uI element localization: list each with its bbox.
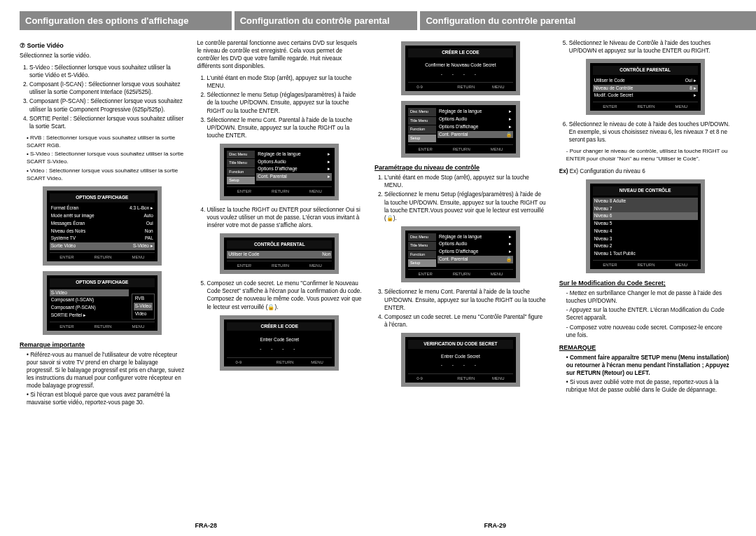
list-item: Mettez en surbrillance Changer le mot de… — [566, 289, 732, 305]
list-item: Utilisez la touche RIGHT ou ENTER pour s… — [207, 206, 363, 229]
list-item: Composant (I-SCAN) : Sélectionner lorsqu… — [29, 81, 185, 96]
osd-screen-video-output-select: OPTIONS D'AFFICHAGE S-Video Composant (I… — [43, 271, 162, 335]
osd-title: CRÉER LE CODE — [227, 322, 332, 331]
osd-screen-rating-levels: NIVEAU DE CONTRÔLE Niveau 8 Adulte Nivea… — [586, 179, 705, 273]
osd-screen-create-code: CRÉER LE CODE Entrer Code Secret - - - -… — [220, 315, 339, 371]
osd-title: VERIFICATION DU CODE SECRET — [408, 340, 513, 349]
list-item: SORTIE Peritel : Sélectionner lorsque vo… — [29, 115, 185, 130]
list-item: Sélectionnez le Niveau de Contrôle à l'a… — [569, 39, 732, 55]
osd-screen-setup-menu: Disc MenuTitle MenuFunctionSetup Réglage… — [220, 144, 339, 200]
list-item: Si l'écran est bloqué parce que vous ave… — [27, 391, 185, 406]
header-parental-right: Configuration du contrôle parental — [420, 11, 756, 30]
parental-step-4: Utilisez la touche RIGHT ou ENTER pour s… — [197, 206, 363, 229]
osd-title: CONTRÔLE PARENTAL — [227, 240, 332, 249]
header-display-options: Configuration des options d'affichage — [20, 11, 232, 30]
modify-code-steps: Mettez en surbrillance Changer le mot de… — [559, 289, 732, 338]
list-item: Sélectionnez le menu Setup (réglages/par… — [207, 91, 363, 114]
peritel-sublist: RVB : Sélectionner lorsque vous souhaite… — [20, 135, 185, 183]
list-item: RVB : Sélectionner lorsque vous souhaite… — [27, 135, 185, 150]
osd-title: OPTIONS D'AFFICHAGE — [50, 193, 155, 202]
list-item: Appuyez sur la touche ENTER. L'écran Mod… — [566, 306, 732, 322]
header-parental-left: Configuration du contrôle parental — [234, 11, 418, 30]
parental-step-5: Composez un code secret. Le menu "Confir… — [197, 280, 363, 310]
rating-step-6: Sélectionnez le niveau de cote à l'aide … — [559, 121, 732, 144]
list-item: Composez un code secret. Le menu "Confir… — [207, 280, 363, 310]
osd-screen-parental-control: CONTRÔLE PARENTAL Utiliser le CodeOui Ni… — [586, 59, 705, 115]
important-notes: Référez-vous au manuel de l'utilisateur … — [20, 351, 185, 406]
rating-level-title: Paramétrage du niveau de contrôle — [374, 163, 547, 172]
example-label: Ex) Ex) Configuration du niveau 6 — [559, 167, 732, 175]
col-rating-level-left: CRÉER LE CODE Confirmer le Nouveau Code … — [374, 37, 547, 411]
rating-step-5: Sélectionnez le Niveau de Contrôle à l'a… — [559, 39, 732, 55]
important-note-title: Remarque importante — [20, 341, 185, 349]
video-output-lead: Sélectionnez la sortie vidéo. — [20, 52, 185, 60]
list-item: Sélectionnez le menu Cont. Parental à l'… — [384, 288, 547, 311]
rating-steps-34: Sélectionnez le menu Cont. Parental à l'… — [374, 288, 547, 328]
list-item: Composez un code secret. Le menu "Contrô… — [384, 313, 547, 329]
list-item: Sélectionnez le niveau de cote à l'aide … — [569, 121, 732, 144]
osd-title: OPTIONS D'AFFICHAGE — [50, 278, 155, 287]
list-item: Composant (P-SCAN) : Sélectionner lorsqu… — [29, 97, 185, 113]
col-display-options: ⑦ Sortie Vidéo Sélectionnez la sortie vi… — [20, 37, 185, 411]
remark-list: Comment faire apparaître SETUP menu (Men… — [559, 354, 732, 394]
list-item: L'unité étant en mode Stop (arrêt), appu… — [384, 174, 547, 189]
list-item: Comment faire apparaître SETUP menu (Men… — [566, 354, 732, 377]
section-headers: Configuration des options d'affichage Co… — [20, 11, 736, 30]
list-item: Si vous avez oublié votre mot de passe, … — [566, 378, 732, 394]
list-item: Video : Sélectionner lorsque vous souhai… — [27, 167, 185, 183]
osd-screen-confirm-code: CRÉER LE CODE Confirmer le Nouveau Code … — [401, 41, 520, 95]
list-item: Sélectionnez le menu Setup (réglages/par… — [384, 191, 547, 221]
video-output-list: S-Video : Sélectionner lorsque vous souh… — [20, 64, 185, 130]
osd-screen-setup-menu-lock2: Disc MenuTitle MenuFunctionSetup Réglage… — [401, 226, 520, 283]
page-number-right: FRA-29 — [484, 522, 507, 529]
list-item: Composez votre nouveau code secret. Comp… — [566, 324, 732, 339]
osd-title: CONTRÔLE PARENTAL — [593, 66, 698, 75]
manual-spread: Configuration des options d'affichage Co… — [0, 0, 756, 536]
video-output-title: ⑦ Sortie Vidéo — [20, 41, 185, 50]
list-item: Sélectionnez le menu Cont. Parental à l'… — [207, 116, 363, 139]
rating-steps: L'unité étant en mode Stop (arrêt), appu… — [374, 174, 547, 221]
list-item: S-Video : Sélectionner lorsque vous souh… — [29, 64, 185, 79]
list-item: S-Video : Sélectionner lorsque vous souh… — [27, 151, 185, 166]
list-item: L'unité étant en mode Stop (arrêt), appu… — [207, 74, 363, 90]
osd-title: CRÉER LE CODE — [408, 48, 513, 57]
osd-screen-setup-menu-locked: Disc MenuTitle MenuFunctionSetup Réglage… — [401, 101, 520, 158]
columns: ⑦ Sortie Vidéo Sélectionnez la sortie vi… — [20, 37, 736, 411]
osd-title: NIVEAU DE CONTRÔLE — [593, 186, 698, 195]
remark-title: REMARQUE — [559, 343, 732, 352]
osd-screen-display-options: OPTIONS D'AFFICHAGE Format Écran4:3 L-Bo… — [43, 186, 162, 265]
col-parental-setup: Le contrôle parental fonctionne avec cer… — [197, 37, 363, 411]
rating-step-6-sub: - Pour changer le niveau de contrôle, ut… — [559, 148, 732, 163]
modify-code-title: Sur le Modification du Code Secret; — [559, 279, 732, 287]
parental-intro: Le contrôle parental fonctionne avec cer… — [197, 39, 363, 70]
col-rating-level-right: Sélectionnez le Niveau de Contrôle à l'a… — [559, 37, 732, 411]
osd-screen-use-code: CONTRÔLE PARENTAL Utiliser le CodeNon EN… — [220, 233, 339, 275]
page-number-left: FRA-28 — [195, 522, 217, 529]
list-item: Référez-vous au manuel de l'utilisateur … — [27, 351, 185, 390]
osd-screen-verify-code: VERIFICATION DU CODE SECRET Entrer Code … — [401, 333, 520, 387]
parental-steps-1-3: L'unité étant en mode Stop (arrêt), appu… — [197, 74, 363, 139]
